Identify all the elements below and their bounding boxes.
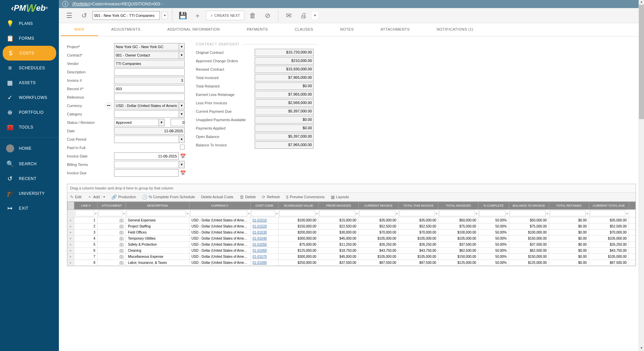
filter-icon[interactable]: ▾ [248, 212, 250, 215]
grid-header[interactable]: DESCRIPTION [126, 202, 189, 210]
filter-icon[interactable]: ▾ [356, 212, 358, 215]
create-next-button[interactable]: CREATE NEXT [206, 11, 244, 20]
grid-refresh-button[interactable]: ⟳Refresh [262, 195, 280, 200]
grid-filter-input[interactable] [510, 210, 546, 216]
cost-code-link[interactable]: 01-01020 [250, 223, 279, 230]
table-row[interactable]: ▸ 6 (0) Cleaning USD - Dollar (United St… [68, 248, 636, 254]
delete-icon[interactable]: 🗑 [246, 9, 259, 22]
grid-filter-input[interactable] [98, 210, 122, 216]
grid-add-button[interactable]: ＋Add▼ [87, 194, 106, 200]
info-icon[interactable]: i [62, 1, 68, 7]
invoicedate-field[interactable] [114, 152, 179, 160]
list-view-icon[interactable]: ☰ [63, 9, 76, 22]
expand-icon[interactable]: ▸ [68, 242, 74, 248]
filter-icon[interactable]: ▾ [506, 212, 508, 215]
print-dropdown-icon[interactable]: ▼ [312, 12, 318, 19]
filter-icon[interactable]: ▾ [626, 212, 628, 215]
filter-icon[interactable]: ▾ [123, 212, 125, 215]
grid-filter-input[interactable] [190, 210, 247, 216]
grid-header[interactable]: CURRENT INVOICE [358, 202, 398, 210]
reference-field[interactable] [114, 94, 185, 101]
grid-filter-input[interactable] [550, 210, 586, 216]
table-row[interactable]: ▸ 8 (0) Labor, Insurance, & Taxes USD - … [68, 260, 636, 266]
grid-filter-input[interactable] [479, 210, 506, 216]
cost-code-link[interactable]: 01-01040 [250, 236, 279, 242]
grid-header[interactable]: PRIOR INVOICES [319, 202, 359, 210]
expand-icon[interactable]: ▸ [68, 217, 74, 223]
sidebar-item-home[interactable]: HOME [0, 140, 59, 156]
costperiod-dropdown-icon[interactable]: ▼ [179, 136, 185, 143]
table-row[interactable]: ▸ 2 (0) Project Staffing USD - Dollar (U… [68, 223, 636, 230]
tab-adjustments[interactable]: ADJUSTMENTS [98, 23, 154, 36]
sidebar-item-schedules[interactable]: ≡SCHEDULES [0, 61, 59, 75]
filter-icon[interactable]: ▾ [436, 212, 437, 215]
project-field[interactable] [114, 43, 179, 50]
grid-header[interactable]: BALANCE TO INVOICE [509, 202, 549, 210]
cost-code-link[interactable]: 01-01080 [250, 260, 279, 266]
filter-icon[interactable]: ▾ [586, 212, 588, 215]
filter-icon[interactable]: ▾ [316, 212, 318, 215]
expand-icon[interactable]: ▸ [68, 254, 74, 260]
grid-header[interactable]: LINE # [74, 202, 98, 210]
filter-icon[interactable]: ▾ [396, 212, 398, 215]
status-field[interactable] [114, 119, 158, 126]
grid-header[interactable]: TOTAL RETAINED [549, 202, 589, 210]
expand-icon[interactable]: ▸ [68, 223, 74, 230]
grid-filter-input[interactable] [251, 210, 276, 216]
category-field[interactable] [114, 110, 179, 118]
grid-filter-input[interactable] [127, 210, 186, 216]
contract-dropdown-icon[interactable]: ▼ [179, 51, 185, 59]
grid-preview-button[interactable]: $Preview Conversions [286, 195, 325, 200]
grid-edit-button[interactable]: ✎Edit [70, 195, 81, 200]
tab-clauses[interactable]: CLAUSES [281, 23, 327, 36]
status-dropdown-icon[interactable]: ▼ [158, 119, 165, 126]
table-row[interactable]: ▸ 4 (0) Temporary Utilities USD - Dollar… [68, 236, 636, 242]
context-dropdown-icon[interactable]: ▼ [162, 12, 168, 19]
billingterms-dropdown-icon[interactable]: ▼ [179, 161, 185, 168]
table-row[interactable]: ▸ 7 (0) Miscellaneous Expense USD - Doll… [68, 254, 636, 260]
grid-header[interactable]: COST CODE [250, 202, 279, 210]
history-icon[interactable]: ↺ [78, 9, 91, 22]
table-row[interactable]: ▸ 3 (0) Field Offices USD - Dollar (Unit… [68, 230, 636, 236]
cancel-icon[interactable]: ⊘ [261, 9, 274, 22]
costperiod-field[interactable] [114, 136, 179, 143]
grid-filter-input[interactable] [399, 210, 435, 216]
currency-dropdown-icon[interactable]: ▼ [179, 102, 185, 109]
tab-notifications-[interactable]: NOTIFICATIONS (1) [423, 23, 487, 36]
cost-code-link[interactable]: 01-01050 [250, 242, 279, 248]
grid-filter-input[interactable] [590, 210, 626, 216]
sidebar-item-recent[interactable]: ↺RECENT [0, 171, 59, 186]
sidebar-item-assets[interactable]: ▦ASSETS [0, 75, 59, 90]
grid-filter-input[interactable] [359, 210, 395, 216]
description-field[interactable] [114, 68, 185, 76]
sidebar-item-plans[interactable]: 💡PLANS [0, 16, 59, 31]
grid-production-button[interactable]: 🔗Production [111, 195, 136, 200]
grid-filter-input[interactable] [319, 210, 355, 216]
calendar-icon[interactable]: 📅 [180, 153, 186, 159]
filter-icon[interactable]: ▾ [476, 212, 477, 215]
filter-icon[interactable]: ▾ [276, 212, 278, 215]
billingterms-field[interactable] [114, 161, 179, 168]
table-row[interactable]: ▸ 5 (0) Safety & Protection USD - Dollar… [68, 242, 636, 248]
tab-notes[interactable]: NOTES [327, 23, 367, 36]
sidebar-item-workflows[interactable]: ✓WORKFLOWS [0, 90, 59, 105]
email-icon[interactable]: ✉ [282, 9, 295, 22]
sidebar-item-portfolio[interactable]: ⊕PORTFOLIO [0, 105, 59, 120]
context-select[interactable] [93, 11, 160, 20]
expand-icon[interactable]: ▸ [68, 248, 74, 254]
cost-code-link[interactable]: 01-01010 [250, 217, 279, 223]
sidebar-item-search[interactable]: 🔍SEARCH [0, 156, 59, 171]
grid-layouts-button[interactable]: ▦Layouts [331, 195, 349, 200]
revision-field[interactable] [171, 119, 185, 126]
currency-field[interactable] [114, 102, 179, 109]
cost-code-link[interactable]: 01-01070 [250, 254, 279, 260]
vertical-scrollbar[interactable]: ▲ ▼ [639, 0, 644, 351]
expand-icon[interactable]: ▸ [68, 230, 74, 236]
grid-header[interactable]: % COMPLETE [478, 202, 509, 210]
table-row[interactable]: ▸ 1 (0) General Expenses USD - Dollar (U… [68, 217, 636, 223]
sidebar-item-university[interactable]: 🎓UNIVERSITY [0, 186, 59, 201]
tab-additional-information[interactable]: ADDITIONAL INFORMATION [154, 23, 233, 36]
grid-header[interactable]: CURRENT TOTAL DUE [589, 202, 629, 210]
sidebar-item-costs[interactable]: $COSTS [3, 46, 56, 61]
group-by-bar[interactable]: Drag a column header and drop it here to… [67, 184, 636, 192]
